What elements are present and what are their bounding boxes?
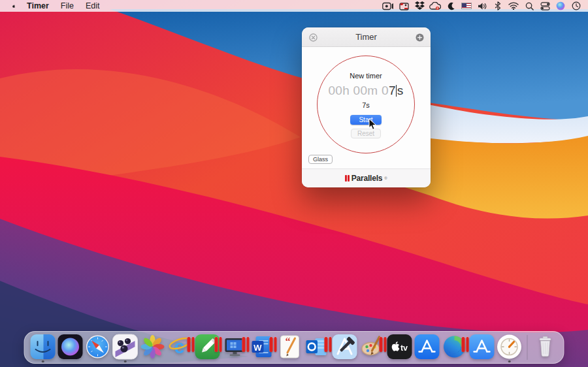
- finder-icon: [30, 334, 56, 360]
- volume-icon[interactable]: [474, 0, 490, 12]
- dock-item-trash[interactable]: [532, 332, 559, 363]
- apple-menu[interactable]: [7, 0, 21, 12]
- siri-app-icon: [57, 334, 84, 360]
- menu-bar: Timer File Edit: [0, 0, 588, 12]
- svg-text:tv: tv: [400, 343, 408, 353]
- screenshot-tool-icon[interactable]: [396, 0, 412, 12]
- dock-item-safari[interactable]: [84, 332, 112, 363]
- app-store-icon: [469, 334, 495, 360]
- window-titlebar[interactable]: Timer: [302, 27, 431, 47]
- dock-item-internet-explorer[interactable]: e: [167, 332, 194, 363]
- window-footer: Parallels ®: [302, 168, 431, 187]
- menu-file[interactable]: File: [55, 0, 80, 12]
- parallels-cloud-icon[interactable]: [427, 0, 443, 12]
- trash-icon: [532, 334, 559, 360]
- dock-item-paintbrush[interactable]: [359, 332, 386, 363]
- dock-item-siri[interactable]: [57, 332, 84, 363]
- desktop-wallpaper: [0, 0, 588, 367]
- photos-icon: [140, 334, 166, 360]
- dock-item-timer[interactable]: [496, 332, 523, 363]
- svg-text:W: W: [253, 343, 262, 353]
- wifi-icon[interactable]: [506, 0, 521, 12]
- dock-item-green-notes[interactable]: [194, 332, 221, 363]
- window-close-button[interactable]: [308, 33, 318, 42]
- bluetooth-icon[interactable]: [490, 0, 506, 12]
- xcode-icon: [332, 334, 358, 360]
- dock-separator: [527, 335, 528, 360]
- wordpad-icon: “: [277, 334, 303, 360]
- screen-recording-icon[interactable]: [380, 0, 396, 12]
- dock-item-xcode[interactable]: [331, 332, 359, 363]
- dock-item-finder[interactable]: [29, 332, 57, 363]
- dock: e W: [24, 331, 564, 364]
- us-flag-icon[interactable]: [459, 0, 474, 12]
- timer-app-icon: [497, 334, 523, 360]
- dock-item-outlook[interactable]: [304, 332, 331, 363]
- plus-icon: [416, 33, 424, 42]
- dock-item-photos[interactable]: [139, 332, 167, 363]
- parallels-logo: Parallels ®: [345, 174, 387, 183]
- siri-icon[interactable]: [553, 0, 568, 12]
- dock-item-edge[interactable]: [441, 332, 468, 363]
- timer-dial: New timer 00h 00m 07s 7s Start Reset: [317, 56, 415, 153]
- dock-item-photo-booth[interactable]: [112, 332, 139, 363]
- do-not-disturb-moon-icon[interactable]: [443, 0, 459, 12]
- clock-icon[interactable]: [568, 0, 584, 12]
- glass-button[interactable]: Glass: [308, 155, 333, 164]
- photo-booth-icon: [112, 334, 139, 360]
- dock-item-windows-pc[interactable]: [221, 332, 249, 363]
- safari-icon: [85, 334, 111, 360]
- apple-tv-icon: tv: [387, 334, 413, 360]
- timer-name-label: New timer: [350, 72, 382, 80]
- window-title: Timer: [355, 32, 377, 42]
- dock-item-app-store-2[interactable]: [468, 332, 496, 363]
- spotlight-search-icon[interactable]: [521, 0, 537, 12]
- menu-edit[interactable]: Edit: [80, 0, 106, 12]
- dock-item-app-store[interactable]: [414, 332, 441, 363]
- close-icon: [309, 33, 318, 42]
- dock-item-wordpad[interactable]: “: [276, 332, 304, 363]
- running-indicator: [508, 360, 511, 363]
- dropbox-icon[interactable]: [412, 0, 427, 12]
- timer-window: Timer New timer 00h 00m 07s 7s Start Res…: [302, 27, 431, 187]
- dock-item-apple-tv[interactable]: tv: [386, 332, 414, 363]
- parallels-bars-icon: [345, 175, 350, 182]
- mouse-cursor: [368, 118, 377, 133]
- app-store-icon: [414, 334, 440, 360]
- timer-duration-label: 7s: [362, 101, 370, 109]
- svg-text:“: “: [286, 336, 291, 347]
- running-indicator: [124, 360, 127, 363]
- menu-app-name[interactable]: Timer: [21, 0, 55, 12]
- timer-time-input[interactable]: 00h 00m 07s: [328, 84, 403, 98]
- control-center-icon[interactable]: [537, 0, 553, 12]
- add-timer-button[interactable]: [415, 33, 424, 42]
- running-indicator: [42, 360, 44, 363]
- dock-item-word[interactable]: W: [249, 332, 276, 363]
- apple-icon: [12, 1, 15, 11]
